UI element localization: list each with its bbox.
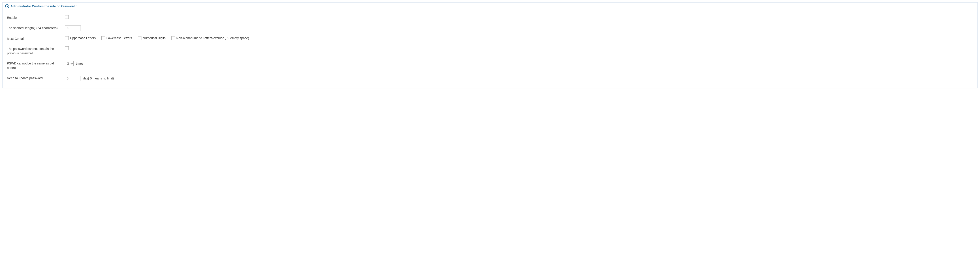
uppercase-group: Uppercase Letters: [65, 36, 98, 40]
panel-title: Administrator Custom the rule of Passwor…: [11, 5, 77, 8]
update-password-input[interactable]: [65, 76, 81, 81]
panel-body: Enable The shortest length(3-64 characte…: [2, 10, 978, 88]
admin-password-panel: Administrator Custom the rule of Passwor…: [2, 2, 978, 88]
enable-row: Enable: [7, 13, 973, 23]
enable-control-area: [65, 15, 69, 19]
non-alphanumeric-label: Non-alphanumeric Letters(exclude , : / e…: [177, 36, 249, 40]
enable-label: Enable: [7, 15, 65, 20]
uppercase-checkbox[interactable]: [65, 36, 69, 40]
pswd-same-row: PSWD cannot be the same as old one(s) 1 …: [7, 58, 973, 73]
lowercase-label: Lowercase Letters: [106, 36, 132, 40]
must-contain-row: Must Contain Uppercase Letters Lowercase…: [7, 33, 973, 44]
update-password-label: Need to update password: [7, 76, 65, 81]
expand-icon[interactable]: [5, 4, 9, 8]
update-password-suffix: day( 0 means no limit): [83, 76, 114, 80]
shortest-length-label: The shortest length(3-64 characters): [7, 25, 65, 30]
prev-password-checkbox[interactable]: [65, 46, 69, 50]
non-alphanumeric-checkbox[interactable]: [172, 36, 175, 40]
lowercase-checkbox[interactable]: [101, 36, 105, 40]
pswd-same-suffix: times: [76, 62, 83, 65]
numerical-group: Numerical Digits: [138, 36, 168, 40]
enable-checkbox[interactable]: [65, 15, 69, 19]
prev-password-row: The password can not contain the previou…: [7, 44, 973, 58]
panel-header: Administrator Custom the rule of Passwor…: [2, 2, 978, 10]
prev-password-control-area: [65, 46, 69, 50]
shortest-length-input[interactable]: [65, 25, 81, 31]
non-alphanumeric-group: Non-alphanumeric Letters(exclude , : / e…: [172, 36, 252, 40]
update-password-row: Need to update password day( 0 means no …: [7, 73, 973, 84]
numerical-label: Numerical Digits: [143, 36, 165, 40]
shortest-length-row: The shortest length(3-64 characters): [7, 23, 973, 33]
shortest-length-control-area: [65, 25, 81, 31]
uppercase-label: Uppercase Letters: [70, 36, 95, 40]
update-password-control-area: day( 0 means no limit): [65, 76, 114, 81]
must-contain-control-area: Uppercase Letters Lowercase Letters Nume…: [65, 36, 254, 40]
must-contain-label: Must Contain: [7, 36, 65, 41]
page-container: Administrator Custom the rule of Passwor…: [0, 0, 980, 91]
pswd-same-label: PSWD cannot be the same as old one(s): [7, 61, 65, 70]
lowercase-group: Lowercase Letters: [101, 36, 135, 40]
numerical-checkbox[interactable]: [138, 36, 142, 40]
prev-password-label: The password can not contain the previou…: [7, 46, 65, 56]
pswd-same-control-area: 1 2 3 4 5 times: [65, 61, 83, 66]
pswd-same-select[interactable]: 1 2 3 4 5: [65, 61, 74, 66]
